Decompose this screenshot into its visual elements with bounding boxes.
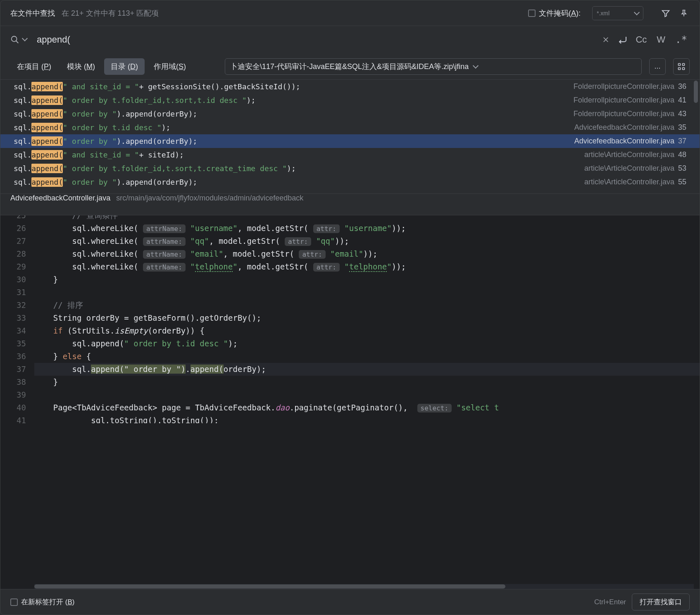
gutter-line-number: 27 xyxy=(0,235,26,248)
search-dropdown-icon[interactable] xyxy=(22,36,28,41)
preview-file-path: src/main/java/com/jflyfox/modules/admin/… xyxy=(116,194,303,203)
gutter-line-number: 37 xyxy=(0,363,26,376)
code-line: } xyxy=(34,376,700,389)
checkbox-icon xyxy=(10,598,18,606)
search-icon xyxy=(10,35,19,44)
result-file: FolderrollpictureController.java 41 xyxy=(569,96,686,105)
code-line: sql.whereLike( attrName: "qq", model.get… xyxy=(34,235,700,248)
search-bar: Cc W .* xyxy=(0,26,700,53)
result-row[interactable]: sql.append(" order by t.id desc ");Advic… xyxy=(0,121,700,134)
directory-path-text: 卜迪安全\117-代码审计-JavaEE篇&SQL注入&项目源码&IDEA等.z… xyxy=(230,62,469,72)
code-line: sql.append(" order by t.id desc "); xyxy=(34,337,700,350)
result-file: FolderrollpictureController.java 36 xyxy=(569,82,686,91)
result-file: AdvicefeedbackController.java 35 xyxy=(569,123,686,132)
gutter-line-number: 34 xyxy=(0,324,26,337)
code-line: sql.whereLike( attrName: "email", model.… xyxy=(34,248,700,260)
pin-icon[interactable] xyxy=(678,7,690,19)
tree-options-button[interactable] xyxy=(673,58,690,75)
result-file: FolderrollpictureController.java 43 xyxy=(569,110,686,118)
whole-word-toggle[interactable]: W xyxy=(654,34,668,45)
code-line: } else { xyxy=(34,350,700,363)
chevron-down-icon xyxy=(473,62,479,68)
result-row[interactable]: sql.append(" and site_id = " + siteId);a… xyxy=(0,148,700,162)
code-line: sql.whereLike( attrName: "telphone", mod… xyxy=(34,260,700,273)
scope-tab[interactable]: 模块 (M) xyxy=(60,58,102,75)
title: 在文件中查找 xyxy=(10,8,55,18)
gutter-line-number: 31 xyxy=(0,286,26,299)
editor-horizontal-scrollbar[interactable] xyxy=(34,584,694,589)
svg-rect-4 xyxy=(683,67,685,69)
regex-toggle[interactable]: .* xyxy=(673,34,690,45)
filter-icon[interactable] xyxy=(660,7,671,19)
gutter-line-number: 25 xyxy=(0,215,26,222)
code-line xyxy=(34,389,700,401)
gutter-line-number: 29 xyxy=(0,260,26,273)
newline-icon[interactable] xyxy=(617,34,628,45)
code-preview-editor[interactable]: 2526272829303132333435363738394041 // 查询… xyxy=(0,215,700,589)
result-row[interactable]: sql.append(" order by ").append(orderBy)… xyxy=(0,107,700,121)
scope-bar: 在项目 (P)模块 (M)目录 (D)作用域(S) 卜迪安全\117-代码审计-… xyxy=(0,53,700,80)
gutter-line-number: 38 xyxy=(0,376,26,389)
gutter-line-number: 41 xyxy=(0,414,26,423)
open-find-window-button[interactable]: 打开查找窗口 xyxy=(632,594,690,610)
code-line xyxy=(34,286,700,299)
scope-tab[interactable]: 在项目 (P) xyxy=(10,58,58,75)
result-file: article\ArticleController.java 53 xyxy=(579,164,686,173)
gutter-line-number: 28 xyxy=(0,248,26,260)
gutter-line-number: 33 xyxy=(0,312,26,324)
svg-rect-3 xyxy=(679,67,681,69)
code-line: // 排序 xyxy=(34,299,700,312)
find-in-files-window: 在文件中查找 在 21+ 文件中有 113+ 匹配项 文件掩码(A): *.xm… xyxy=(0,0,700,615)
shortcut-hint: Ctrl+Enter xyxy=(594,598,626,606)
file-mask-checkbox[interactable]: 文件掩码(A): xyxy=(528,8,581,18)
code-line: sql.whereLike( attrName: "username", mod… xyxy=(34,222,700,235)
result-row[interactable]: sql.append(" order by ").append(orderBy)… xyxy=(0,134,700,148)
footer: 在新标签打开 (B) Ctrl+Enter 打开查找窗口 xyxy=(0,589,700,615)
result-file: article\ArticleController.java 48 xyxy=(579,150,686,159)
code-line: } xyxy=(34,273,700,286)
clear-search-icon[interactable] xyxy=(600,34,612,45)
svg-rect-2 xyxy=(683,63,685,65)
result-row[interactable]: sql.append(" order by ").append(orderBy)… xyxy=(0,175,700,189)
code-line: // 查询条件 xyxy=(34,215,700,222)
scope-tab[interactable]: 作用域(S) xyxy=(147,58,193,75)
gutter-line-number: 26 xyxy=(0,222,26,235)
open-in-new-tab-checkbox[interactable]: 在新标签打开 (B) xyxy=(10,597,74,607)
gutter-line-number: 35 xyxy=(0,337,26,350)
preview-header: AdvicefeedbackController.java src/main/j… xyxy=(0,194,700,215)
open-in-new-tab-label: 在新标签打开 (B) xyxy=(21,597,74,607)
gutter-line-number: 40 xyxy=(0,401,26,414)
result-file: article\ArticleController.java 55 xyxy=(579,178,686,186)
gutter-line-number: 30 xyxy=(0,273,26,286)
scrollbar-thumb[interactable] xyxy=(34,584,505,589)
svg-point-0 xyxy=(12,36,17,42)
gutter-line-number: 32 xyxy=(0,299,26,312)
gutter-line-number: 36 xyxy=(0,350,26,363)
directory-path-input[interactable]: 卜迪安全\117-代码审计-JavaEE篇&SQL注入&项目源码&IDEA等.z… xyxy=(225,58,642,75)
code-line: Page<TbAdviceFeedback> page = TbAdviceFe… xyxy=(34,401,700,414)
results-list: sql.append(" and site_id = " + getSessio… xyxy=(0,80,700,194)
checkbox-icon xyxy=(528,10,536,17)
editor-code: // 查询条件 sql.whereLike( attrName: "userna… xyxy=(34,215,700,589)
code-line: if (StrUtils.isEmpty(orderBy)) { xyxy=(34,324,700,337)
file-mask-label: 文件掩码(A): xyxy=(539,8,581,18)
code-line: sql.append(" order by ").append(orderBy)… xyxy=(34,363,700,376)
result-row[interactable]: sql.append(" and site_id = " + getSessio… xyxy=(0,80,700,93)
search-input[interactable] xyxy=(36,34,595,45)
scope-tab[interactable]: 目录 (D) xyxy=(104,58,145,75)
editor-gutter: 2526272829303132333435363738394041 xyxy=(0,215,34,589)
scrollbar-thumb[interactable] xyxy=(694,81,698,103)
preview-file-name: AdvicefeedbackController.java xyxy=(10,194,110,203)
results-scrollbar[interactable] xyxy=(694,80,699,193)
title-bar: 在文件中查找 在 21+ 文件中有 113+ 匹配项 文件掩码(A): *.xm… xyxy=(0,0,700,26)
match-case-toggle[interactable]: Cc xyxy=(633,34,649,45)
file-mask-value: *.xml xyxy=(597,10,610,17)
svg-rect-1 xyxy=(679,63,681,65)
result-row[interactable]: sql.append(" order by t.folder_id,t.sort… xyxy=(0,93,700,107)
gutter-line-number: 39 xyxy=(0,389,26,401)
file-mask-select[interactable]: *.xml xyxy=(592,6,643,20)
chevron-down-icon xyxy=(634,9,640,15)
code-line: sql.toString().toString()); xyxy=(34,414,700,423)
result-row[interactable]: sql.append(" order by t.folder_id,t.sort… xyxy=(0,162,700,175)
browse-path-button[interactable]: ... xyxy=(649,58,666,75)
